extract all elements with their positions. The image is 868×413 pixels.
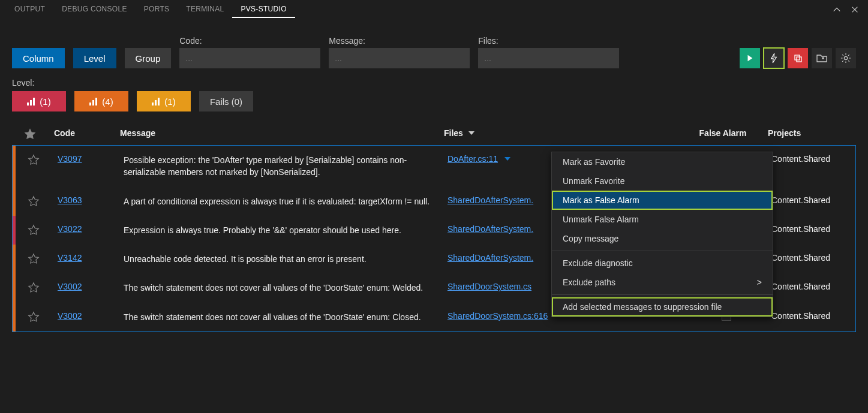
level-badge-red[interactable]: (1) (12, 91, 66, 111)
col-star[interactable] (12, 128, 48, 140)
project-name: Content.Shared (771, 253, 843, 263)
col-message[interactable]: Message (120, 128, 438, 138)
message-text: The switch statement does not cover all … (124, 311, 441, 323)
context-menu-item[interactable]: Unmark False Alarm (552, 210, 773, 229)
project-name: Content.Shared (771, 311, 843, 321)
bars-icon (152, 97, 160, 105)
context-menu-item[interactable]: Copy message (552, 229, 773, 248)
submenu-arrow-icon: > (757, 278, 762, 287)
favorite-star-icon[interactable] (16, 195, 52, 207)
level-badge-gray[interactable]: Fails (0) (199, 91, 253, 111)
code-filter: Code: (179, 36, 320, 68)
svg-rect-0 (795, 55, 800, 60)
col-code[interactable]: Code (54, 128, 114, 138)
panel-tab-output[interactable]: OUTPUT (6, 1, 53, 18)
panel-tab-ports[interactable]: PORTS (136, 1, 178, 18)
bars-icon (27, 97, 35, 105)
project-name: Content.Shared (771, 282, 843, 291)
folder-icon[interactable] (812, 48, 832, 68)
expand-caret-icon[interactable] (504, 154, 511, 164)
favorite-star-icon[interactable] (16, 282, 52, 294)
svg-point-2 (844, 56, 847, 59)
message-text: The switch statement does not cover all … (124, 282, 441, 294)
play-icon[interactable] (740, 48, 760, 68)
code-link[interactable]: V3002 (58, 311, 82, 321)
message-text: Possible exception: the 'DoAfter' type m… (124, 154, 441, 179)
level-badge-yellow[interactable]: (1) (137, 91, 191, 111)
project-name: Content.Shared (771, 154, 843, 164)
filter-row: Column Level Group Code: Message: Files: (0, 19, 868, 74)
panel-tab-pvs-studio[interactable]: PVS-STUDIO (232, 1, 295, 18)
context-menu-item[interactable]: Mark as False Alarm (552, 191, 773, 210)
message-text: Unreachable code detected. It is possibl… (124, 253, 441, 265)
svg-rect-1 (797, 57, 801, 62)
code-link[interactable]: V3142 (58, 253, 82, 263)
file-link[interactable]: SharedDoorSystem.cs (447, 282, 531, 291)
panel-tab-debug-console[interactable]: DEBUG CONSOLE (53, 1, 136, 18)
copy-icon[interactable] (788, 48, 808, 68)
level-row: Level: (1)(4)(1)Fails (0) (0, 74, 868, 117)
context-menu-item[interactable]: Exclude paths> (552, 273, 773, 292)
message-text: A part of conditional expression is alwa… (124, 195, 441, 207)
context-menu: Mark as FavoriteUnmark FavoriteMark as F… (551, 152, 773, 317)
code-link[interactable]: V3002 (58, 282, 82, 291)
file-link[interactable]: SharedDoAfterSystem. (447, 195, 533, 205)
files-filter-input[interactable] (478, 48, 619, 68)
code-link[interactable]: V3022 (58, 224, 82, 234)
favorite-star-icon[interactable] (16, 224, 52, 236)
grid-body: V3097Possible exception: the 'DoAfter' t… (12, 145, 856, 332)
panel-tab-terminal[interactable]: TERMINAL (178, 1, 232, 18)
context-menu-item[interactable]: Add selected messages to suppression fil… (552, 297, 773, 316)
gear-icon[interactable] (836, 48, 856, 68)
code-filter-input[interactable] (179, 48, 320, 68)
panel-tab-bar: OUTPUTDEBUG CONSOLEPORTSTERMINALPVS-STUD… (0, 0, 868, 19)
level-button[interactable]: Level (73, 48, 116, 68)
context-menu-separator (552, 294, 773, 295)
file-link[interactable]: DoAfter.cs:11 (447, 154, 498, 164)
close-icon[interactable] (848, 2, 862, 17)
group-button[interactable]: Group (125, 48, 172, 68)
favorite-star-icon[interactable] (16, 154, 52, 166)
results-grid: Code Message Files False Alarm Projects … (0, 117, 868, 332)
chevron-up-icon[interactable] (830, 2, 844, 17)
lightning-icon[interactable] (764, 48, 784, 68)
code-filter-label: Code: (179, 36, 320, 46)
files-filter-label: Files: (478, 36, 619, 46)
col-projects[interactable]: Projects (768, 128, 840, 138)
level-badge-orange[interactable]: (4) (74, 91, 128, 111)
favorite-star-icon[interactable] (16, 311, 52, 323)
message-filter: Message: (329, 36, 470, 68)
file-link[interactable]: SharedDoAfterSystem. (447, 224, 533, 234)
code-link[interactable]: V3063 (58, 195, 82, 205)
file-link[interactable]: SharedDoAfterSystem. (447, 253, 533, 263)
message-text: Expression is always true. Probably the … (124, 224, 441, 236)
project-name: Content.Shared (771, 195, 843, 205)
project-name: Content.Shared (771, 224, 843, 234)
file-link[interactable]: SharedDoorSystem.cs:616 (447, 311, 548, 321)
context-menu-item[interactable]: Mark as Favorite (552, 152, 773, 171)
message-filter-label: Message: (329, 36, 470, 46)
context-menu-item[interactable]: Exclude diagnostic (552, 254, 773, 273)
files-filter: Files: (478, 36, 619, 68)
grid-header: Code Message Files False Alarm Projects (12, 123, 856, 145)
message-filter-input[interactable] (329, 48, 470, 68)
bars-icon (89, 97, 97, 105)
toolbar-icons (740, 48, 856, 68)
favorite-star-icon[interactable] (16, 253, 52, 265)
level-label: Level: (12, 78, 856, 88)
col-false-alarm[interactable]: False Alarm (684, 128, 762, 138)
context-menu-separator (552, 251, 773, 251)
col-files[interactable]: Files (444, 128, 678, 138)
context-menu-item[interactable]: Unmark Favorite (552, 171, 773, 191)
code-link[interactable]: V3097 (58, 154, 82, 164)
sort-desc-icon (468, 128, 475, 138)
column-button[interactable]: Column (12, 48, 65, 68)
